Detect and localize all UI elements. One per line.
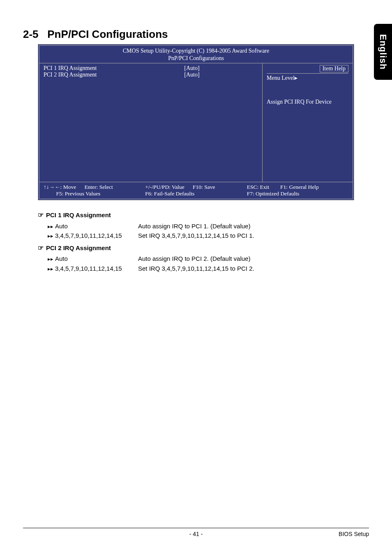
language-tab-label: English [378, 34, 388, 70]
section-number: 2-5 [23, 28, 39, 40]
footer-left [23, 531, 72, 537]
bios-body: PCI 1 IRQ Assignment [Auto] PCI 2 IRQ As… [39, 63, 353, 182]
options-list: ☞PCI 1 IRQ Assignment ▸▸Auto Auto assign… [38, 210, 369, 273]
option-value: ▸▸3,4,5,7,9,10,11,12,14,15 [48, 231, 138, 240]
pointer-icon: ☞ [38, 211, 44, 218]
bios-footer: ↑↓→←: Move Enter: Select F5: Previous Va… [39, 182, 353, 199]
bios-setting-row: PCI 1 IRQ Assignment [Auto] [44, 65, 258, 72]
bios-key-f7: F7: Optimized Defaults [247, 190, 299, 197]
option-header-text: PCI 2 IRQ Assignment [46, 244, 111, 251]
bios-setting-label: PCI 2 IRQ Assignment [44, 72, 126, 78]
option-header: ☞PCI 1 IRQ Assignment [38, 210, 369, 220]
bios-key-save: F10: Save [193, 184, 215, 190]
page-content: 2-5 PnP/PCI Configurations CMOS Setup Ut… [0, 0, 392, 273]
bios-key-f6: F6: Fail-Safe Defaults [145, 190, 194, 197]
bios-setting-label: PCI 1 IRQ Assignment [44, 65, 126, 72]
arrow-icon: ▸▸ [48, 223, 53, 230]
option-row: ▸▸Auto Auto assign IRQ to PCI 2. (Defaul… [38, 254, 369, 263]
option-description: Auto assign IRQ to PCI 1. (Default value… [138, 221, 369, 231]
arrow-icon: ▸▸ [48, 266, 53, 272]
section-heading: PnP/PCI Configurations [47, 28, 168, 40]
option-label: Auto [55, 255, 68, 262]
bios-settings-panel: PCI 1 IRQ Assignment [Auto] PCI 2 IRQ As… [39, 63, 262, 182]
language-tab: English [374, 24, 392, 80]
option-row: ▸▸3,4,5,7,9,10,11,12,14,15 Set IRQ 3,4,5… [38, 231, 369, 240]
bios-subtitle: PnP/PCI Configurations [39, 55, 353, 62]
option-value: ▸▸Auto [48, 221, 138, 231]
option-value: ▸▸Auto [48, 254, 138, 263]
option-description: Auto assign IRQ to PCI 2. (Default value… [138, 254, 369, 263]
bios-footer-col: ↑↓→←: Move Enter: Select F5: Previous Va… [44, 184, 145, 197]
bios-setting-value: [Auto] [126, 72, 258, 78]
footer-section: BIOS Setup [320, 531, 369, 537]
option-description: Set IRQ 3,4,5,7,9,10,11,12,14,15 to PCI … [138, 231, 369, 240]
bios-help-body: Assign PCI IRQ For Device [267, 98, 348, 106]
page-footer: - 41 - BIOS Setup [23, 528, 369, 537]
bios-help-panel: Item Help Menu Level▸ Assign PCI IRQ For… [262, 63, 353, 182]
bios-copyright: CMOS Setup Utility-Copyright (C) 1984-20… [39, 47, 353, 55]
arrow-icon: ▸▸ [48, 256, 53, 262]
bios-help-title: Item Help [320, 65, 348, 72]
option-description: Set IRQ 3,4,5,7,9,10,11,12,14,15 to PCI … [138, 264, 369, 273]
bios-key-value: +/-/PU/PD: Value [145, 184, 184, 190]
option-row: ▸▸3,4,5,7,9,10,11,12,14,15 Set IRQ 3,4,5… [38, 264, 369, 273]
arrow-icon: ▸▸ [48, 233, 53, 239]
section-title: 2-5 PnP/PCI Configurations [23, 28, 369, 41]
pointer-icon: ☞ [38, 244, 44, 251]
bios-key-move: ↑↓→←: Move [44, 184, 76, 190]
bios-footer-col: +/-/PU/PD: Value F10: Save F6: Fail-Safe… [145, 184, 247, 197]
page-number: - 41 - [72, 531, 320, 537]
option-header-text: PCI 1 IRQ Assignment [46, 211, 111, 218]
bios-screenshot: CMOS Setup Utility-Copyright (C) 1984-20… [38, 44, 354, 200]
bios-setting-value: [Auto] [126, 65, 258, 72]
option-label: 3,4,5,7,9,10,11,12,14,15 [55, 232, 122, 239]
bios-help-header: Item Help Menu Level▸ [267, 65, 348, 81]
bios-setting-row: PCI 2 IRQ Assignment [Auto] [44, 72, 258, 78]
option-label: 3,4,5,7,9,10,11,12,14,15 [55, 265, 122, 272]
bios-key-f5: F5: Previous Values [56, 190, 100, 197]
bios-footer-col: ESC: Exit F1: General Help F7: Optimized… [247, 184, 348, 197]
bios-header: CMOS Setup Utility-Copyright (C) 1984-20… [39, 46, 353, 63]
chevron-right-icon: ▸ [295, 75, 297, 81]
bios-key-f1: F1: General Help [280, 184, 319, 190]
bios-key-enter: Enter: Select [84, 184, 113, 190]
option-label: Auto [55, 223, 68, 230]
option-header: ☞PCI 2 IRQ Assignment [38, 243, 369, 253]
option-value: ▸▸3,4,5,7,9,10,11,12,14,15 [48, 264, 138, 273]
option-row: ▸▸Auto Auto assign IRQ to PCI 1. (Defaul… [38, 221, 369, 231]
bios-key-esc: ESC: Exit [247, 184, 269, 190]
bios-menu-level: Menu Level [267, 75, 295, 81]
